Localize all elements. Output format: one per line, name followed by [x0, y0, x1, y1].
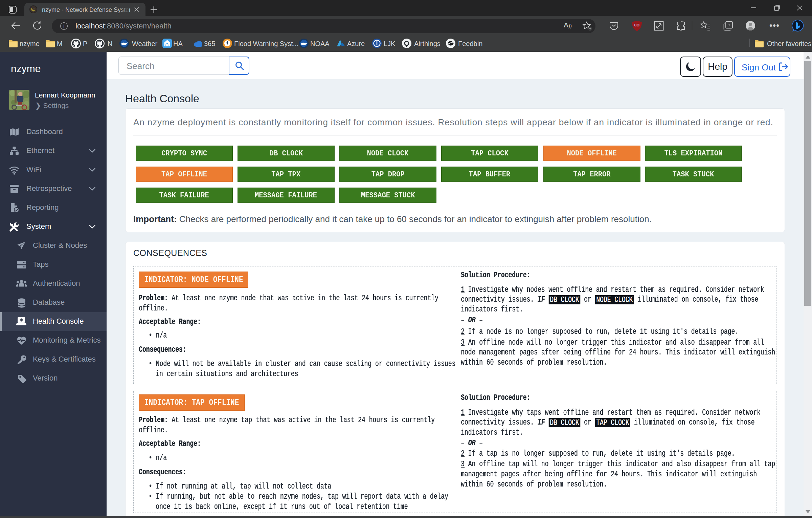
svg-text:uO: uO: [634, 23, 640, 27]
